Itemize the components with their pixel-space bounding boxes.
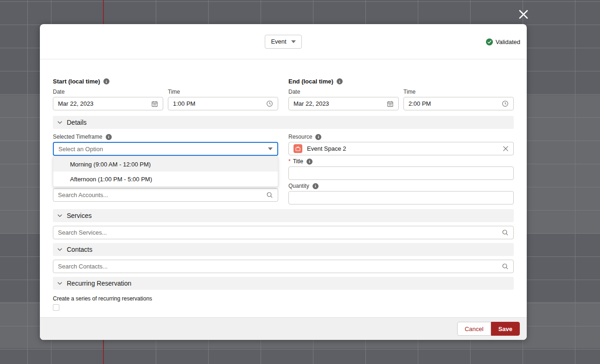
timeframe-selected-value: Select an Option	[58, 146, 103, 153]
info-icon[interactable]: i	[306, 159, 313, 165]
record-type-button[interactable]: Event	[265, 35, 301, 49]
timeframe-label: Selected Timeframe	[53, 134, 102, 140]
calendar-icon[interactable]	[387, 100, 394, 107]
chevron-down-icon	[268, 147, 273, 150]
services-search-box	[53, 226, 514, 239]
chevron-down-icon	[57, 120, 63, 125]
timeframe-listbox: Morning (9:00 AM - 12:00 PM) Afternoon (…	[53, 156, 278, 187]
recurring-checkbox-label: Create a series of recurring reservation…	[53, 295, 514, 302]
title-label: Title	[293, 158, 303, 165]
end-date-label: Date	[288, 89, 399, 95]
datetime-row: Start (local time) i Date T	[53, 59, 514, 110]
end-datetime-group: End (local time) i Date Tim	[288, 78, 514, 110]
info-icon[interactable]: i	[315, 134, 321, 140]
timeframe-combobox[interactable]: Select an Option	[53, 142, 278, 156]
quantity-label-row: Quantity i	[288, 183, 514, 189]
contacts-search-input[interactable]	[58, 263, 498, 270]
timeframe-option-morning[interactable]: Morning (9:00 AM - 12:00 PM)	[53, 157, 278, 172]
remove-resource-icon[interactable]	[503, 146, 509, 152]
start-time-input[interactable]	[173, 100, 262, 107]
recurring-section-header[interactable]: Recurring Reservation	[53, 277, 514, 290]
start-group-label: Start (local time) i	[53, 78, 278, 85]
resource-pill: Event Space 2	[288, 142, 514, 155]
modal-footer: Cancel Save	[40, 317, 527, 340]
contacts-section-header[interactable]: Contacts	[53, 243, 514, 256]
end-group-label-text: End (local time)	[288, 78, 333, 85]
services-section-header[interactable]: Services	[53, 209, 514, 222]
start-datetime-group: Start (local time) i Date T	[53, 78, 278, 110]
end-group-label: End (local time) i	[288, 78, 514, 85]
close-icon	[518, 9, 529, 20]
resource-label: Resource	[288, 134, 312, 140]
close-modal-button[interactable]	[516, 7, 531, 22]
clock-icon[interactable]	[502, 100, 509, 107]
quantity-input-box	[288, 191, 514, 204]
end-date-input-box	[288, 97, 399, 110]
details-left-column: Selected Timeframe i Select an Option Mo…	[53, 134, 278, 204]
required-asterisk: *	[288, 158, 291, 165]
reservation-modal: Event Validated Start (local time) i Dat…	[40, 24, 527, 340]
chevron-down-icon	[57, 247, 63, 252]
accounts-search-input[interactable]	[58, 192, 262, 198]
accounts-search-box	[53, 188, 278, 202]
contacts-search-box	[53, 260, 514, 273]
resource-value: Event Space 2	[307, 145, 498, 152]
start-date-input[interactable]	[58, 100, 147, 107]
contacts-section-label: Contacts	[67, 246, 92, 253]
clock-icon[interactable]	[266, 100, 273, 107]
end-time-label: Time	[403, 89, 514, 95]
chevron-down-icon	[57, 281, 63, 286]
resource-label-row: Resource i	[288, 134, 514, 140]
details-section-header[interactable]: Details	[53, 116, 514, 129]
cancel-button[interactable]: Cancel	[457, 322, 491, 336]
search-icon[interactable]	[502, 263, 509, 270]
end-date-input[interactable]	[294, 100, 383, 107]
start-date-input-box	[53, 97, 163, 110]
info-icon[interactable]: i	[337, 78, 343, 84]
validated-check-icon	[486, 38, 493, 45]
services-search-input[interactable]	[58, 229, 498, 236]
end-time-input[interactable]	[409, 100, 498, 107]
info-icon[interactable]: i	[103, 78, 109, 84]
save-button[interactable]: Save	[491, 322, 520, 336]
resource-object-icon	[294, 144, 302, 153]
end-date-field: Date	[288, 86, 399, 110]
modal-body: Start (local time) i Date T	[40, 59, 527, 311]
details-right-column: Resource i Event Space 2 * Title i	[288, 134, 514, 204]
services-section-label: Services	[67, 212, 92, 219]
status-badge: Validated	[486, 24, 520, 59]
start-group-label-text: Start (local time)	[53, 78, 100, 85]
record-type-label: Event	[271, 38, 286, 45]
status-badge-label: Validated	[496, 38, 520, 45]
chevron-down-icon	[57, 213, 63, 218]
end-fields: Date Time	[288, 86, 514, 110]
end-time-field: Time	[403, 86, 514, 110]
title-input-box	[288, 166, 514, 180]
search-icon[interactable]	[502, 229, 509, 236]
start-time-label: Time	[168, 89, 278, 95]
title-label-row: * Title i	[288, 158, 514, 165]
quantity-input[interactable]	[294, 194, 509, 201]
search-icon[interactable]	[266, 192, 273, 198]
timeframe-combobox-wrap: Select an Option Morning (9:00 AM - 12:0…	[53, 142, 278, 202]
calendar-icon[interactable]	[151, 100, 158, 107]
recurring-section-label: Recurring Reservation	[67, 280, 131, 287]
timeframe-label-row: Selected Timeframe i	[53, 134, 278, 140]
info-icon[interactable]: i	[106, 134, 112, 140]
start-fields: Date Time	[53, 86, 278, 110]
modal-header: Event Validated	[40, 24, 527, 59]
start-time-input-box	[168, 97, 278, 110]
end-time-input-box	[403, 97, 514, 110]
start-time-field: Time	[168, 86, 278, 110]
info-icon[interactable]: i	[313, 183, 319, 189]
quantity-label: Quantity	[288, 183, 309, 189]
chevron-down-icon	[291, 40, 296, 43]
details-section-label: Details	[67, 119, 87, 126]
title-input[interactable]	[294, 170, 509, 177]
start-date-field: Date	[53, 86, 163, 110]
timeframe-option-afternoon[interactable]: Afternoon (1:00 PM - 5:00 PM)	[53, 172, 278, 186]
recurring-checkbox[interactable]	[53, 304, 59, 311]
details-content: Selected Timeframe i Select an Option Mo…	[53, 134, 514, 204]
start-date-label: Date	[53, 89, 163, 95]
